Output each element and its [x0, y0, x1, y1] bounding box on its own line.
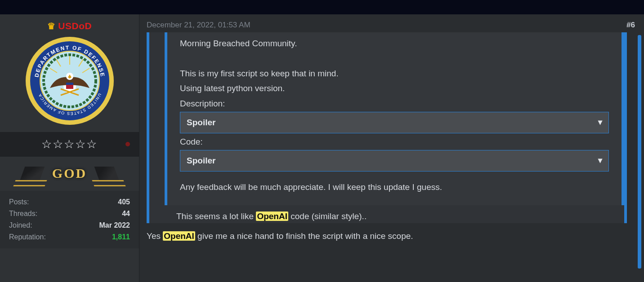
post-number[interactable]: #6 [626, 21, 635, 30]
description-label: Description: [180, 97, 609, 110]
stat-value: 44 [122, 210, 130, 218]
rank-label: GOD [52, 166, 87, 181]
spoiler-toggle-description[interactable]: Spoiler ▾ [180, 112, 609, 133]
highlight-openai: OpenAI [256, 212, 288, 221]
stat-label: Joined: [9, 221, 32, 229]
stat-reputation[interactable]: Reputation: 1,811 [9, 231, 130, 243]
rank-banner: GOD [0, 157, 139, 191]
post-main: December 21, 2022, 01:53 AM #6 Morning B… [139, 14, 644, 282]
username-text: USDoD [58, 21, 92, 31]
post-reply-text: Yes OpenAI give me a nice hand to finish… [139, 223, 638, 243]
chevron-down-icon: ▾ [598, 116, 602, 129]
chevron-down-icon: ▾ [598, 154, 602, 167]
spoiler-label: Spoiler [187, 116, 215, 129]
author-stats: Posts: 405 Threads: 44 Joined: Mar 2022 … [0, 191, 139, 248]
post-timestamp[interactable]: December 21, 2022, 01:53 AM [147, 21, 250, 30]
highlight-openai: OpenAI [163, 231, 195, 241]
stat-threads: Threads: 44 [9, 208, 130, 220]
stat-label: Reputation: [9, 233, 46, 241]
svg-rect-13 [66, 83, 73, 85]
author-sidebar: ♛USDoD [0, 14, 139, 282]
status-indicator-icon [125, 142, 130, 146]
nested-reply-text: This seems a lot like OpenAI code (simil… [149, 205, 624, 223]
quote-line: This is my first script so keep that in … [180, 67, 609, 80]
stat-value: 1,811 [112, 233, 130, 241]
quote-block-inner: Morning Breached Community. This is my f… [165, 32, 624, 205]
stat-value: 405 [118, 198, 130, 206]
stat-label: Posts: [9, 198, 29, 206]
stars-text: ☆☆☆☆☆ [41, 137, 98, 151]
spoiler-toggle-code[interactable]: Spoiler ▾ [180, 150, 609, 171]
crown-icon: ♛ [47, 21, 56, 31]
avatar[interactable]: DEPARTMENT OF DEFENSE UNITED STATES OF A… [0, 34, 139, 132]
author-username[interactable]: ♛USDoD [0, 14, 139, 34]
code-label: Code: [180, 135, 609, 148]
spoiler-label: Spoiler [187, 154, 215, 167]
quote-line: Any feedback will be much appreciate. I … [180, 181, 609, 194]
top-bar [0, 0, 644, 14]
quote-block-outer: Morning Breached Community. This is my f… [147, 32, 627, 223]
forum-post: ♛USDoD [0, 14, 644, 282]
rating-stars: ☆☆☆☆☆ [0, 132, 139, 157]
stat-label: Threads: [9, 210, 37, 218]
stat-joined: Joined: Mar 2022 [9, 220, 130, 231]
quote-line: Morning Breached Community. [180, 37, 609, 50]
stat-value: Mar 2022 [99, 221, 130, 229]
scrollbar[interactable] [638, 35, 641, 269]
stat-posts: Posts: 405 [9, 196, 130, 208]
quote-line: Using latest python version. [180, 82, 609, 95]
post-header: December 21, 2022, 01:53 AM #6 [139, 14, 644, 32]
dod-seal-icon: DEPARTMENT OF DEFENSE UNITED STATES OF A… [25, 36, 115, 126]
quote-gap [180, 52, 609, 65]
post-body: Morning Breached Community. This is my f… [139, 32, 644, 282]
